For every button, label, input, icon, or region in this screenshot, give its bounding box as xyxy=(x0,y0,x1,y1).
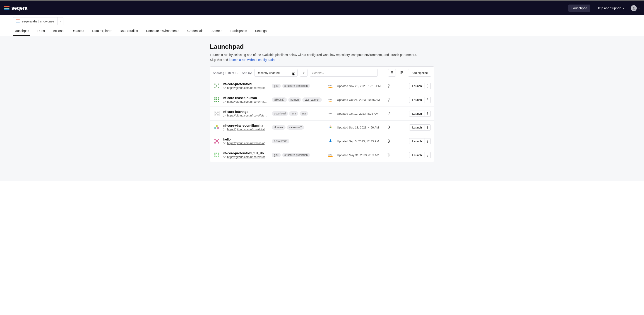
pipeline-tag: gpu xyxy=(272,84,281,88)
svg-rect-26 xyxy=(214,101,216,102)
pipeline-name[interactable]: nf-core-fetchngs xyxy=(223,110,268,114)
launch-button[interactable]: Launch xyxy=(409,97,425,103)
launch-button[interactable]: Launch xyxy=(409,124,425,131)
nav-help-label: Help and Support xyxy=(597,6,621,10)
pipeline-identicon xyxy=(213,124,220,131)
pipeline-more-button[interactable] xyxy=(425,97,431,103)
arrow-right-icon: → xyxy=(277,58,280,62)
list-view-toggle[interactable] xyxy=(388,69,396,77)
lightbulb-disabled-icon xyxy=(387,153,391,157)
pipeline-repo-link[interactable]: https://github.com/nf-core/fetchn… xyxy=(227,114,268,117)
pipeline-repo-link[interactable]: https://github.com/nf-core/rnaseq xyxy=(227,100,268,103)
pipeline-name[interactable]: hello xyxy=(223,138,268,141)
workspace-dropdown-toggle[interactable] xyxy=(57,18,63,25)
add-pipeline-button[interactable]: Add pipeline xyxy=(408,69,431,77)
tab-participants[interactable]: Participants xyxy=(230,29,248,36)
pipeline-tag: structure-prediction xyxy=(282,153,310,157)
page-description: Launch a run by selecting one of the ava… xyxy=(210,53,434,62)
pipeline-updated: Updated Sep 5, 2023, 12:33 PM xyxy=(337,140,382,143)
pipeline-more-button[interactable] xyxy=(425,138,431,144)
tab-launchpad[interactable]: Launchpad xyxy=(13,29,30,36)
pipeline-identicon xyxy=(213,110,220,117)
svg-point-19 xyxy=(225,87,225,88)
pipeline-more-button[interactable] xyxy=(425,152,431,158)
workspace-icon xyxy=(16,20,20,23)
pipeline-row: nf-core-viralrecon-illuminahttps://githu… xyxy=(210,121,434,134)
tab-data-explorer[interactable]: Data Explorer xyxy=(91,29,112,36)
pipeline-repo-link[interactable]: https://github.com/nextflow-io/hello xyxy=(227,142,268,145)
svg-rect-62 xyxy=(218,156,219,157)
pipeline-row: nf-core-rnaseq-humanhttps://github.com/n… xyxy=(210,93,434,107)
pipeline-name[interactable]: nf-core-viralrecon-illumina xyxy=(223,124,268,127)
user-menu[interactable] xyxy=(631,5,640,11)
tab-compute-environments[interactable]: Compute Environments xyxy=(145,29,180,36)
launch-button[interactable]: Launch xyxy=(409,111,425,117)
svg-point-18 xyxy=(224,89,224,89)
svg-rect-33 xyxy=(215,112,216,113)
svg-point-46 xyxy=(225,129,225,129)
grid-icon xyxy=(400,71,404,75)
launch-without-config-link[interactable]: launch a run without configuration xyxy=(229,58,276,62)
pipeline-row: nf-core-proteinfold_full_dbhttps://githu… xyxy=(210,148,434,162)
pipeline-identicon xyxy=(213,138,220,145)
svg-rect-59 xyxy=(218,155,219,156)
pipeline-more-button[interactable] xyxy=(425,111,431,117)
tab-runs[interactable]: Runs xyxy=(36,29,46,36)
grid-view-toggle[interactable] xyxy=(398,69,406,77)
pipeline-repo-link[interactable]: https://github.com/nf-core/viralre… xyxy=(227,128,268,131)
svg-rect-57 xyxy=(218,153,219,154)
pipelines-card: Showing 1-10 of 10 Sort by: Recently upd… xyxy=(210,66,434,162)
svg-rect-12 xyxy=(214,84,216,85)
svg-rect-42 xyxy=(214,127,216,129)
pipeline-updated: Updated May 31, 2023, 6:59 AM xyxy=(337,153,382,157)
tab-data-studios[interactable]: Data Studios xyxy=(119,29,139,36)
pipeline-tag: GRCh37 xyxy=(272,97,287,102)
pipeline-repo-link[interactable]: https://github.com/nf-core/protei… xyxy=(227,86,268,90)
git-branch-icon xyxy=(223,142,226,145)
nav-help-dropdown[interactable]: Help and Support xyxy=(597,6,624,10)
pipeline-tag: ena xyxy=(289,111,298,116)
svg-rect-15 xyxy=(218,87,219,88)
page-title: Launchpad xyxy=(210,43,434,50)
nav-launchpad-button[interactable]: Launchpad xyxy=(568,5,590,12)
tab-secrets[interactable]: Secrets xyxy=(210,29,223,36)
pipeline-tag: gpu xyxy=(272,153,281,157)
pipeline-name[interactable]: nf-core-proteinfold_full_db xyxy=(223,151,268,155)
svg-rect-58 xyxy=(214,155,216,156)
launch-button[interactable]: Launch xyxy=(409,152,425,158)
pipeline-more-button[interactable] xyxy=(425,124,431,131)
pipeline-more-button[interactable] xyxy=(425,83,431,89)
brand-logo-icon xyxy=(4,6,10,11)
brand-logo[interactable]: seqera xyxy=(4,5,28,11)
sort-dropdown[interactable]: Recently updated xyxy=(254,69,298,77)
pipeline-row: hellohttps://github.com/nextflow-io/hell… xyxy=(210,134,434,148)
pipeline-name[interactable]: nf-core-rnaseq-human xyxy=(223,96,268,100)
svg-point-0 xyxy=(633,7,634,8)
pipeline-name[interactable]: nf-core-proteinfold xyxy=(223,82,268,86)
svg-rect-49 xyxy=(216,140,218,142)
launch-button[interactable]: Launch xyxy=(409,138,425,144)
git-branch-icon xyxy=(223,100,226,103)
pipeline-tag: download xyxy=(272,111,288,116)
pipeline-repo-link[interactable]: https://github.com/nf-core/protei… xyxy=(227,155,268,159)
tab-actions[interactable]: Actions xyxy=(52,29,64,36)
pipeline-identicon xyxy=(213,96,220,103)
tab-datasets[interactable]: Datasets xyxy=(71,29,85,36)
svg-rect-35 xyxy=(216,113,218,114)
tab-credentials[interactable]: Credentials xyxy=(186,29,204,36)
showing-count: Showing 1-10 of 10 xyxy=(213,71,238,75)
lightbulb-icon xyxy=(387,125,391,129)
search-input[interactable] xyxy=(310,69,378,77)
svg-rect-4 xyxy=(391,72,393,74)
pipeline-tag: sra xyxy=(300,111,308,116)
svg-rect-16 xyxy=(216,85,218,87)
svg-rect-21 xyxy=(216,97,217,99)
launch-button[interactable]: Launch xyxy=(409,83,425,89)
svg-rect-48 xyxy=(218,139,219,140)
tab-settings[interactable]: Settings xyxy=(254,29,268,36)
svg-rect-27 xyxy=(216,101,217,102)
svg-point-38 xyxy=(224,115,224,115)
workspace-selector[interactable]: seqeralabs | showcase xyxy=(13,17,64,25)
svg-rect-51 xyxy=(218,142,219,144)
filter-button[interactable] xyxy=(300,69,308,77)
